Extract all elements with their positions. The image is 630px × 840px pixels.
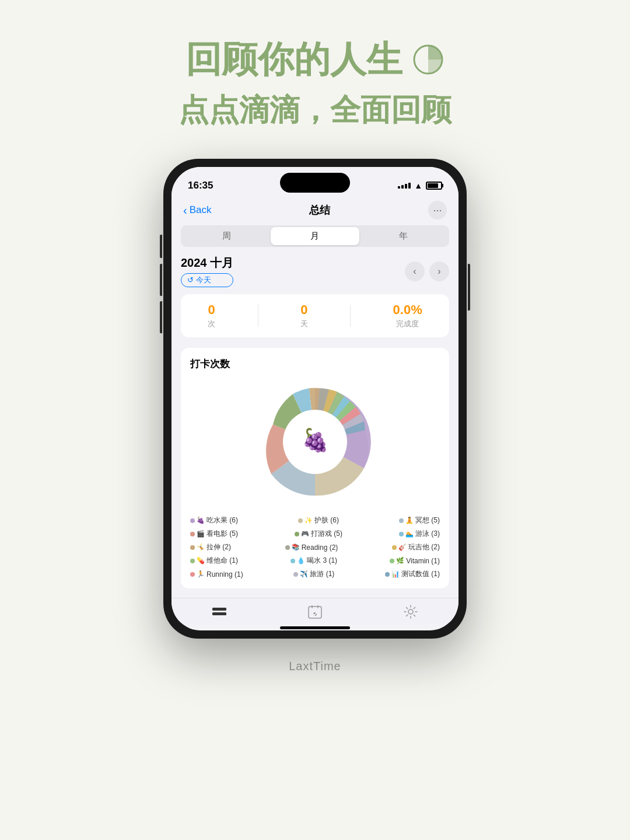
period-year[interactable]: 年 [359,227,447,245]
legend-dot [295,532,299,536]
legend-item-test: 📊 测试数值 (1) [385,569,440,579]
month-title: 2024 十月 [181,255,233,271]
home-icon [212,606,227,618]
settings-icon [403,604,418,619]
legend-row-1: 🍇 吃水果 (6) ✨ 护肤 (6) 🧘 冥想 (5) [190,515,440,525]
status-time: 16:35 [188,180,213,191]
home-bar [280,626,350,629]
pie-chart-icon [412,43,444,76]
tab-home[interactable] [202,606,237,618]
period-month[interactable]: 月 [271,227,359,245]
stat-count-value: 0 [208,302,215,318]
svg-rect-3 [212,608,226,611]
legend-row-4: 💊 维他命 (1) 💧 喝水 3 (1) 🌿 Vitamin (1) [190,556,440,566]
phone-screen: 16:35 ▲ ‹ Back 总结 ··· [172,167,459,630]
stat-count: 0 次 [208,302,215,329]
legend-dot [190,545,195,550]
signal-icon [398,183,411,189]
more-button[interactable]: ··· [428,201,447,219]
legend-dot [190,559,195,563]
legend-dot [190,572,195,577]
month-info: 2024 十月 ↺ 今天 [181,255,233,287]
status-icons: ▲ [398,181,442,190]
legend-row-3: 🤸 拉伸 (2) 📚 Reading (2) 🎸 玩吉他 (2) [190,542,440,552]
legend-dot [392,545,397,550]
back-chevron-icon: ‹ [183,204,187,217]
stat-completion-value: 0.0% [393,302,422,318]
stat-days: 0 天 [300,302,308,329]
stat-completion-label: 完成度 [393,319,422,329]
legend-item-swim: 🏊 游泳 (3) [399,529,440,539]
stat-days-label: 天 [300,319,308,329]
legend-dot [385,572,390,577]
legend-item-reading: 📚 Reading (2) [285,542,338,552]
svg-point-9 [408,609,413,614]
today-badge[interactable]: ↺ 今天 [181,273,233,287]
tab-settings[interactable] [393,604,428,619]
legend-dot [293,572,298,577]
month-navigation: ‹ › [405,262,449,281]
legend-dot [190,518,195,523]
legend-item-skincare: ✨ 护肤 (6) [298,515,339,525]
legend-item-guitar: 🎸 玩吉他 (2) [392,542,440,552]
stat-days-value: 0 [300,302,308,318]
stat-divider-2 [350,305,351,327]
headline1: 回顾你的人生 [186,35,444,84]
legend-item-games: 🎮 打游戏 (5) [295,529,342,539]
chart-section: 打卡次数 [181,348,449,588]
legend-item-fruit: 🍇 吃水果 (6) [190,515,238,525]
legend-item-meditation: 🧘 冥想 (5) [399,515,440,525]
legend-item-stretch: 🤸 拉伸 (2) [190,542,231,552]
period-selector: 周 月 年 [181,225,449,247]
legend-item-vit2: 🌿 Vitamin (1) [390,556,440,566]
svg-text:🍇: 🍇 [302,427,330,454]
legend-item-movie: 🎬 看电影 (5) [190,529,238,539]
chart-title: 打卡次数 [190,357,440,371]
legend-row-2: 🎬 看电影 (5) 🎮 打游戏 (5) 🏊 游泳 (3) [190,529,440,539]
tab-calendar[interactable] [298,604,332,619]
legend-item-travel: ✈️ 旅游 (1) [293,569,334,579]
stat-count-label: 次 [208,319,215,329]
legend-dot [290,559,295,563]
legend-dot [390,559,394,563]
prev-month-button[interactable]: ‹ [405,262,425,281]
phone-frame: 16:35 ▲ ‹ Back 总结 ··· [163,159,467,639]
donut-svg: 🍇 [251,378,379,506]
legend-item-water: 💧 喝水 3 (1) [290,556,337,566]
status-bar: 16:35 ▲ [172,167,459,196]
donut-chart: 🍇 [190,378,440,506]
next-month-button[interactable]: › [429,262,449,281]
power-button [468,264,470,311]
back-button[interactable]: ‹ Back [183,204,211,217]
nav-bar: ‹ Back 总结 ··· [172,196,459,225]
legend-dot [298,518,303,523]
dynamic-island [280,173,350,193]
legend-dot [399,532,404,536]
battery-icon [426,182,442,190]
period-week[interactable]: 周 [183,227,271,245]
wifi-icon: ▲ [414,181,422,190]
stats-row: 0 次 0 天 0.0% 完成度 [181,294,449,337]
silent-switch [160,235,162,258]
legend-dot [190,532,195,536]
legend-dot [399,518,404,523]
month-header: 2024 十月 ↺ 今天 ‹ › [172,255,459,294]
stat-completion: 0.0% 完成度 [393,302,422,329]
back-label: Back [190,204,212,216]
nav-title: 总结 [309,203,330,217]
legend-row-5: 🏃 Running (1) ✈️ 旅游 (1) 📊 测试数值 (1) [190,569,440,579]
legend-item-running: 🏃 Running (1) [190,569,243,579]
legend: 🍇 吃水果 (6) ✨ 护肤 (6) 🧘 冥想 (5) [190,515,440,579]
volume-up-button [160,264,162,296]
calendar-icon [307,604,323,619]
legend-item-vitamin: 💊 维他命 (1) [190,556,238,566]
volume-down-button [160,301,162,333]
stat-divider-1 [258,305,258,327]
app-name: LaxtTime [289,660,341,673]
tab-bar [172,598,459,623]
svg-rect-4 [212,612,226,615]
legend-dot [285,545,290,550]
headline2: 点点滴滴，全面回顾 [178,90,452,131]
